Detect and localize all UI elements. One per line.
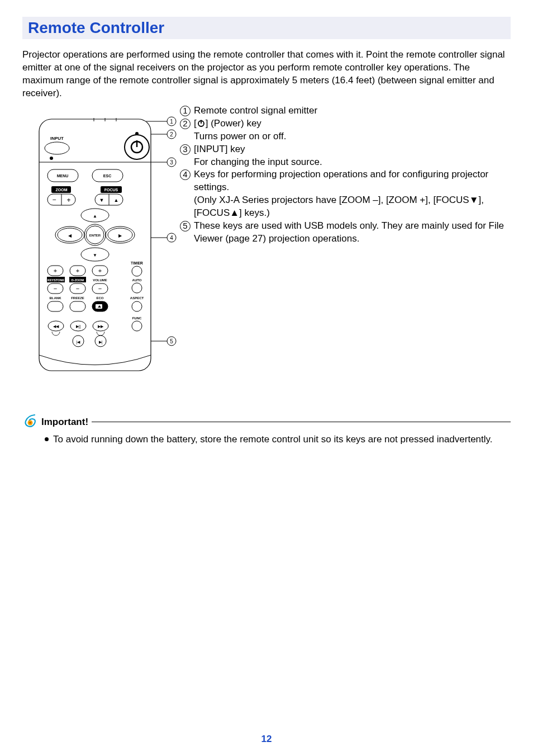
svg-text:▼: ▼	[99, 197, 104, 203]
svg-text:−: −	[98, 285, 102, 292]
callout-2: 2 [] (Power) key Turns power on or off.	[180, 117, 511, 143]
svg-point-22	[135, 132, 139, 135]
svg-text:ENTER: ENTER	[89, 234, 101, 237]
svg-text:◀◀: ◀◀	[53, 324, 59, 328]
svg-text:▲: ▲	[114, 197, 119, 203]
svg-text:▶||: ▶||	[76, 324, 81, 329]
callout-list: 1 Remote control signal emitter 2 [] (Po…	[180, 103, 511, 245]
svg-point-57	[132, 266, 142, 276]
svg-text:FREEZE: FREEZE	[71, 296, 84, 300]
section-title-bar: Remote Controller	[22, 17, 511, 39]
svg-text:AUTO: AUTO	[132, 278, 142, 282]
svg-text:−: −	[76, 285, 79, 292]
callout-3: 3 [INPUT] key For changing the input sou…	[180, 143, 511, 169]
svg-text:1: 1	[170, 119, 173, 125]
svg-rect-83	[70, 301, 85, 311]
svg-point-24	[45, 142, 69, 154]
svg-text:▲: ▲	[93, 214, 97, 219]
callout-5: 5 These keys are used with USB models on…	[180, 220, 511, 245]
svg-text:◀: ◀	[68, 233, 72, 238]
callout-number-4: 4	[180, 169, 191, 180]
svg-point-25	[50, 157, 53, 160]
svg-text:−: −	[54, 285, 57, 292]
svg-point-86	[132, 301, 142, 311]
svg-text:KEYSTONE: KEYSTONE	[47, 278, 64, 282]
svg-text:ECO: ECO	[96, 296, 103, 300]
svg-text:▶▶: ▶▶	[98, 324, 104, 328]
important-icon	[22, 413, 38, 431]
page-title: Remote Controller	[28, 19, 505, 37]
callout-4: 4 Keys for performing projection operati…	[180, 168, 511, 220]
svg-text:ZOOM: ZOOM	[56, 188, 68, 192]
svg-text:▶|: ▶|	[99, 340, 103, 344]
power-icon	[197, 119, 206, 127]
page-number: 12	[0, 734, 533, 745]
svg-text:4: 4	[170, 235, 173, 241]
important-note: Important! To avoid running down the bat…	[22, 413, 511, 446]
callout-number-1: 1	[180, 106, 191, 116]
svg-rect-82	[47, 301, 63, 311]
svg-point-71	[132, 283, 142, 293]
svg-text:ESC: ESC	[103, 174, 111, 178]
bullet-icon	[45, 437, 49, 441]
svg-text:−: −	[52, 196, 56, 204]
divider	[92, 422, 511, 422]
important-text: To avoid running down the battery, store…	[53, 433, 493, 446]
svg-text:+: +	[98, 267, 102, 274]
svg-text:INPUT: INPUT	[50, 136, 64, 141]
important-label: Important!	[41, 417, 88, 428]
svg-text:FUNC: FUNC	[132, 316, 142, 320]
svg-text:+: +	[76, 267, 79, 274]
svg-text:MENU: MENU	[57, 174, 69, 178]
svg-text:2: 2	[170, 131, 173, 138]
svg-text:D-ZOOM: D-ZOOM	[72, 278, 84, 282]
svg-text:3: 3	[170, 159, 173, 166]
svg-point-102	[29, 422, 31, 424]
svg-text:5: 5	[170, 338, 173, 344]
callout-1: 1 Remote control signal emitter	[180, 105, 511, 117]
svg-text:TIMER: TIMER	[131, 261, 143, 265]
callout-number-2: 2	[180, 119, 191, 129]
intro-paragraph: Projector operations are performed using…	[22, 49, 511, 100]
svg-text:VOLUME: VOLUME	[93, 278, 107, 282]
remote-diagram: 1 2 3 4 5 INP	[22, 109, 179, 391]
svg-text:FOCUS: FOCUS	[104, 188, 118, 192]
callout-number-5: 5	[180, 221, 191, 231]
svg-text:|◀: |◀	[77, 340, 81, 344]
svg-text:+: +	[66, 196, 70, 204]
svg-point-88	[132, 321, 142, 331]
svg-text:ASPECT: ASPECT	[130, 296, 144, 300]
callout-number-3: 3	[180, 144, 191, 155]
svg-text:▶: ▶	[118, 233, 122, 238]
svg-text:BLANK: BLANK	[50, 296, 62, 300]
svg-text:+: +	[54, 267, 57, 274]
svg-text:▼: ▼	[93, 253, 97, 258]
